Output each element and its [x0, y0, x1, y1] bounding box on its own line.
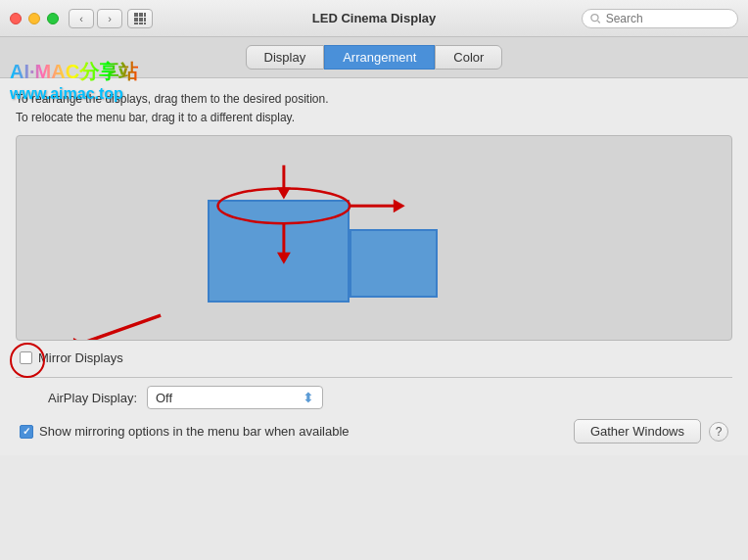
tab-color[interactable]: Color: [435, 45, 502, 70]
bottom-row: Show mirroring options in the menu bar w…: [16, 419, 732, 443]
tab-arrangement[interactable]: Arrangement: [324, 45, 435, 70]
svg-rect-4: [139, 18, 143, 22]
arrangement-area[interactable]: [16, 135, 732, 341]
svg-line-16: [78, 316, 161, 341]
tab-toolbar: Display Arrangement Color: [0, 37, 748, 78]
help-button[interactable]: ?: [709, 422, 728, 442]
svg-rect-8: [144, 23, 146, 24]
mirroring-option-row: Show mirroring options in the menu bar w…: [20, 424, 574, 439]
svg-marker-19: [277, 188, 291, 200]
airplay-label: AirPlay Display:: [20, 391, 137, 405]
forward-button[interactable]: ›: [97, 9, 122, 28]
svg-rect-6: [134, 23, 138, 24]
mirror-displays-label: Mirror Displays: [38, 350, 123, 365]
main-content: To rearrange the displays, drag them to …: [0, 78, 748, 455]
svg-rect-2: [144, 13, 146, 17]
svg-point-9: [591, 14, 598, 21]
mirroring-option-checkbox[interactable]: [20, 425, 33, 439]
svg-marker-17: [73, 338, 86, 340]
search-icon: [590, 13, 601, 24]
mirror-circle-indicator: [10, 343, 45, 378]
display-secondary[interactable]: [350, 229, 438, 298]
instruction-text: To rearrange the displays, drag them to …: [16, 90, 732, 127]
maximize-button[interactable]: [47, 13, 59, 24]
svg-rect-5: [144, 18, 146, 22]
titlebar: ‹ › LED Cinema Display: [0, 0, 748, 37]
svg-rect-0: [134, 13, 138, 17]
airplay-select-arrow-icon: ⬍: [303, 390, 314, 405]
search-input[interactable]: [606, 12, 729, 25]
back-button[interactable]: ‹: [69, 9, 94, 28]
svg-rect-1: [139, 13, 143, 17]
grid-button[interactable]: [127, 9, 153, 28]
instruction-line1: To rearrange the displays, drag them to …: [16, 90, 732, 109]
airplay-select-value: Off: [156, 391, 172, 405]
svg-marker-15: [394, 200, 405, 213]
right-buttons: Gather Windows ?: [574, 419, 728, 443]
airplay-select[interactable]: Off ⬍: [147, 386, 323, 409]
display-main[interactable]: [208, 200, 350, 303]
nav-buttons: ‹ ›: [69, 9, 122, 28]
svg-line-10: [598, 21, 600, 23]
mirror-row: Mirror Displays: [20, 350, 732, 365]
svg-rect-3: [134, 18, 138, 22]
window-title: LED Cinema Display: [312, 11, 436, 25]
window-controls: [10, 13, 59, 24]
airplay-row: AirPlay Display: Off ⬍: [16, 386, 732, 409]
gather-windows-button[interactable]: Gather Windows: [574, 419, 701, 443]
close-button[interactable]: [10, 13, 22, 24]
svg-rect-7: [139, 23, 143, 24]
mirroring-option-label: Show mirroring options in the menu bar w…: [39, 424, 350, 439]
instruction-line2: To relocate the menu bar, drag it to a d…: [16, 109, 732, 127]
minimize-button[interactable]: [28, 13, 40, 24]
section-divider: [16, 377, 732, 378]
tab-display[interactable]: Display: [246, 45, 325, 70]
search-box[interactable]: [582, 9, 738, 28]
